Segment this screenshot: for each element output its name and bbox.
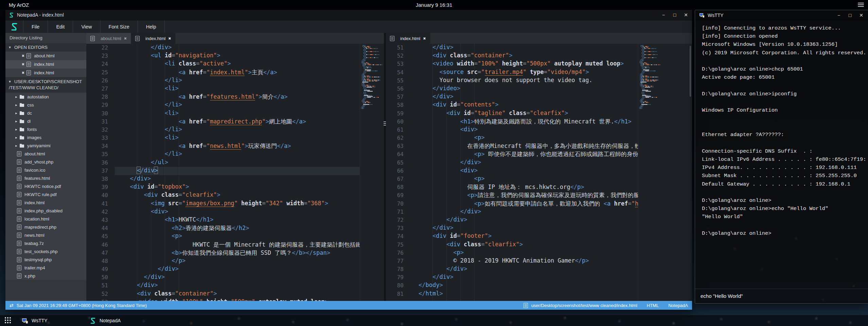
open-editor-item[interactable]: ✖about.html bbox=[5, 52, 86, 60]
sidebar-file-index.html[interactable]: index.html bbox=[5, 198, 86, 207]
sidebar-folder-autostation[interactable]: ▸autostation bbox=[5, 93, 86, 101]
line-number: 73 bbox=[386, 224, 404, 232]
terminal-input[interactable]: echo "Hello World" bbox=[695, 289, 868, 303]
open-editor-item[interactable]: ✖index.html bbox=[5, 69, 86, 77]
terminal-line: Link-local IPv6 Address . . . . . : fe80… bbox=[702, 156, 866, 165]
indent bbox=[123, 159, 151, 166]
token: class bbox=[158, 191, 178, 198]
minimap-line bbox=[361, 70, 383, 70]
tab-index.html[interactable]: index.html✖ bbox=[386, 33, 430, 44]
close-file-icon[interactable]: ✖ bbox=[20, 62, 26, 66]
minimap-left[interactable] bbox=[360, 44, 384, 301]
close-button[interactable]: ✕ bbox=[683, 12, 689, 18]
minimap-line bbox=[361, 95, 383, 96]
hamburger-menu-icon[interactable] bbox=[858, 3, 864, 7]
sidebar-folder-dc[interactable]: ▸dc bbox=[5, 109, 86, 117]
token: > bbox=[325, 200, 328, 207]
sidebar-file-trailer.mp4[interactable]: trailer.mp4 bbox=[5, 264, 86, 272]
sidebar-folder-images[interactable]: ▸images bbox=[5, 133, 86, 141]
token: </ bbox=[432, 273, 439, 280]
maximize-button[interactable]: □ bbox=[672, 12, 677, 18]
minimap-line bbox=[361, 92, 383, 93]
open-editor-item[interactable]: ✖index.html bbox=[5, 60, 86, 69]
code-editor-left[interactable]: </div> <ul id="navigation"> <li class="a… bbox=[115, 44, 360, 301]
token: > bbox=[227, 60, 231, 67]
minimap-line bbox=[639, 96, 661, 97]
file-icon bbox=[17, 216, 21, 222]
sidebar-file-favicon.ico[interactable]: favicon.ico bbox=[5, 166, 86, 174]
menu-item-edit[interactable]: Edit bbox=[48, 20, 73, 33]
close-tab-icon[interactable]: ✖ bbox=[124, 37, 127, 40]
open-editors-section[interactable]: ▾OPEN EDITORS bbox=[5, 43, 86, 52]
minimap-line bbox=[361, 96, 383, 97]
sidebar-folder-yamiyamimi[interactable]: ▸yamiyamimi bbox=[5, 141, 86, 150]
sidebar-folder-fonts[interactable]: ▸fonts bbox=[5, 125, 86, 133]
terminal-line: Subnet Mask . . . . . . . . . . . : 255.… bbox=[702, 173, 866, 181]
menu-item-font-size[interactable]: Font Size bbox=[100, 20, 138, 33]
sidebar-file-features.html[interactable]: features.html bbox=[5, 174, 86, 182]
maximize-button[interactable]: □ bbox=[847, 13, 853, 18]
line-number: 44 bbox=[86, 224, 108, 232]
minimap-line bbox=[361, 72, 383, 72]
sidebar-file-mapredirect.php[interactable]: mapredirect.php bbox=[5, 223, 86, 231]
minimap-line bbox=[361, 50, 383, 51]
file-label: HKWTC notice.pdf bbox=[24, 184, 61, 189]
close-file-icon[interactable]: ✖ bbox=[20, 54, 26, 58]
sidebar-file-location.html[interactable]: location.html bbox=[5, 215, 86, 223]
menu-item-view[interactable]: View bbox=[73, 20, 100, 33]
sidebar-file-add-vhost.php[interactable]: add_vhost.php bbox=[5, 158, 86, 166]
notepad-titlebar[interactable]: NotepadA - index.html − □ ✕ bbox=[5, 10, 692, 20]
sidebar-folder-css[interactable]: ▸css bbox=[5, 101, 86, 109]
minimize-button[interactable]: − bbox=[661, 12, 666, 18]
minimap-right[interactable] bbox=[638, 44, 662, 301]
close-button[interactable]: ✕ bbox=[858, 13, 864, 18]
token: > bbox=[450, 44, 453, 51]
minimap-line bbox=[361, 48, 383, 49]
minimap-line bbox=[361, 64, 383, 65]
file-icon bbox=[17, 241, 21, 246]
app-launcher-icon[interactable] bbox=[5, 317, 11, 323]
minimize-button[interactable]: − bbox=[836, 13, 842, 18]
sidebar-file-testmysql.php[interactable]: testmysql.php bbox=[5, 255, 86, 264]
terminal-line bbox=[702, 99, 866, 107]
sidebar-file-about.html[interactable]: about.html bbox=[5, 150, 86, 158]
sidebar-file-HKWTC-rule.pdf[interactable]: HKWTC rule.pdf bbox=[5, 190, 86, 198]
sidebar-folder-dl[interactable]: ▸dl bbox=[5, 117, 86, 125]
code-line: 在香港的Minecraft 伺服器中，多為小遊戲和純生存的伺服器，較少擁有 bbox=[410, 142, 638, 150]
file-icon bbox=[90, 36, 95, 41]
close-tab-icon[interactable]: ✖ bbox=[168, 37, 171, 40]
close-file-icon[interactable]: ✖ bbox=[20, 71, 26, 75]
directory-root[interactable]: ▾USER:/DESKTOP/SCREENSHOT/TEST/WWW CLEAN… bbox=[5, 77, 86, 93]
taskbar-item-notepada[interactable]: NotepadA bbox=[90, 315, 121, 326]
sidebar-file-x.php[interactable]: x.php bbox=[5, 272, 86, 280]
line-number: 45 bbox=[86, 232, 108, 241]
wstty-titlebar[interactable]: WsTTY − □ ✕ bbox=[695, 10, 868, 20]
sidebar-file-test-sockets.php[interactable]: test_sockets.php bbox=[5, 247, 86, 255]
minimap-line bbox=[639, 95, 661, 96]
tab-about.html[interactable]: about.html✖ bbox=[86, 33, 131, 44]
taskbar-item-wstty[interactable]: WsTTY bbox=[22, 315, 48, 326]
menu-item-file[interactable]: File bbox=[23, 20, 48, 33]
token: < bbox=[432, 60, 436, 67]
sidebar-file-teabag.7z[interactable]: teabag.7z bbox=[5, 239, 86, 247]
sidebar-file-news.html[interactable]: news.html bbox=[5, 231, 86, 239]
minimap-line bbox=[639, 76, 661, 76]
token: < bbox=[474, 175, 478, 182]
scrollbar-thumb[interactable] bbox=[690, 46, 691, 97]
line-number: 30 bbox=[86, 110, 108, 118]
sidebar-file-HKWTC-notice.pdf[interactable]: HKWTC notice.pdf bbox=[5, 182, 86, 190]
token: < bbox=[151, 208, 154, 215]
status-language[interactable]: HTML bbox=[647, 303, 659, 308]
token: > bbox=[175, 216, 179, 223]
wstty-window: WsTTY − □ ✕ [info] Conencting to arozos … bbox=[695, 10, 868, 304]
minimap-line bbox=[639, 58, 661, 59]
tab-index.html[interactable]: index.html✖ bbox=[131, 33, 176, 44]
code-editor-right[interactable]: </div> <div class="container"> <video wi… bbox=[410, 44, 638, 301]
tab-label: index.html bbox=[400, 36, 420, 41]
menu-item-help[interactable]: Help bbox=[138, 20, 165, 33]
editor-right-gap bbox=[662, 44, 692, 301]
token: "tagline" bbox=[474, 110, 506, 116]
minimap-line bbox=[639, 52, 661, 53]
sidebar-file-index.php-disabled[interactable]: index.php_disabled bbox=[5, 207, 86, 215]
close-tab-icon[interactable]: ✖ bbox=[423, 37, 426, 40]
